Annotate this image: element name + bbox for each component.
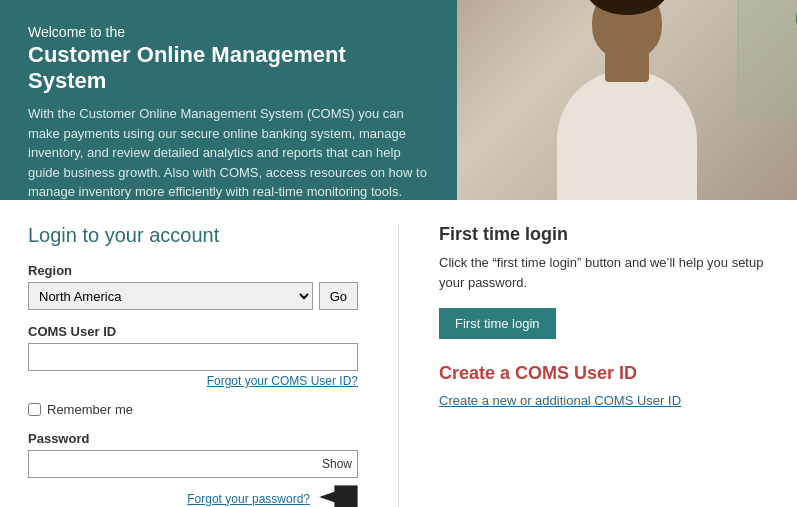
remember-me-checkbox[interactable]	[28, 403, 41, 416]
password-input[interactable]	[28, 450, 358, 478]
first-time-login-button[interactable]: First time login	[439, 308, 556, 339]
user-id-input[interactable]	[28, 343, 358, 371]
user-id-label: COMS User ID	[28, 324, 358, 339]
banner: Welcome to the Customer Online Managemen…	[0, 0, 797, 200]
password-group: Password Show Forgot your password?	[28, 431, 358, 507]
create-user-id-heading: Create a COMS User ID	[439, 363, 769, 384]
region-select[interactable]: North America Europe Asia Pacific Latin …	[28, 282, 313, 310]
go-button[interactable]: Go	[319, 282, 358, 310]
password-label: Password	[28, 431, 358, 446]
first-time-login-section: First time login Click the “first time l…	[439, 224, 769, 363]
svg-marker-0	[318, 485, 358, 507]
remember-me-row: Remember me	[28, 402, 358, 417]
user-id-group: COMS User ID Forgot your COMS User ID?	[28, 324, 358, 388]
region-group: Region North America Europe Asia Pacific…	[28, 263, 358, 310]
banner-description: With the Customer Online Management Syst…	[28, 104, 429, 200]
first-time-login-desc: Click the “first time login” button and …	[439, 253, 769, 292]
first-time-login-heading: First time login	[439, 224, 769, 245]
banner-image	[457, 0, 797, 200]
banner-title: Customer Online Management System	[28, 42, 429, 94]
banner-text: Welcome to the Customer Online Managemen…	[0, 0, 457, 200]
login-heading: Login to your account	[28, 224, 358, 247]
forgot-password-area: Forgot your password?	[28, 482, 358, 507]
create-user-id-section: Create a COMS User ID Create a new or ad…	[439, 363, 769, 408]
show-password-button[interactable]: Show	[322, 457, 352, 471]
password-input-row: Show	[28, 450, 358, 478]
forgot-password-link[interactable]: Forgot your password?	[28, 492, 310, 506]
welcome-small: Welcome to the	[28, 24, 429, 40]
arrow-icon	[318, 482, 358, 507]
forgot-user-id-link[interactable]: Forgot your COMS User ID?	[28, 374, 358, 388]
region-label: Region	[28, 263, 358, 278]
main-content: Login to your account Region North Ameri…	[0, 200, 797, 507]
login-section: Login to your account Region North Ameri…	[28, 224, 399, 507]
right-section: First time login Click the “first time l…	[399, 224, 769, 507]
create-user-id-link[interactable]: Create a new or additional COMS User ID	[439, 393, 681, 408]
remember-me-label: Remember me	[47, 402, 133, 417]
